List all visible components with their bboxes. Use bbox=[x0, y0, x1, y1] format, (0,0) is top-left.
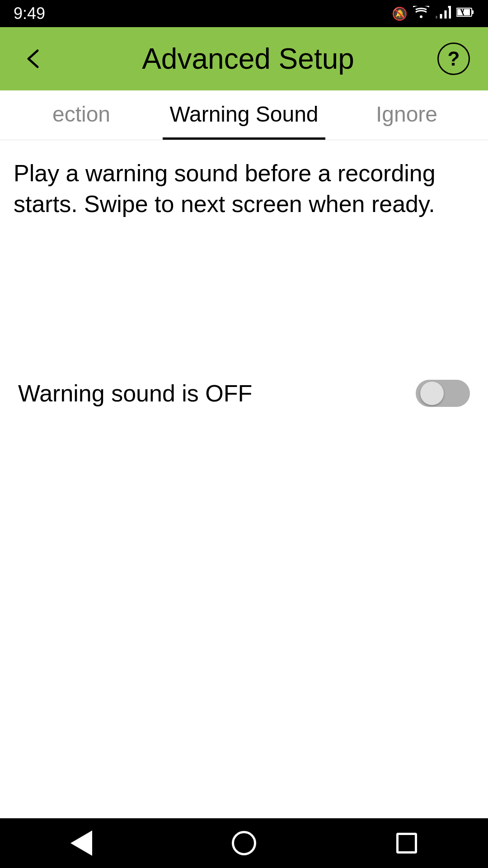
tab-detection[interactable]: ection bbox=[0, 90, 163, 140]
help-button[interactable]: ? bbox=[437, 42, 470, 75]
description-text: Play a warning sound before a recording … bbox=[0, 140, 488, 219]
bottom-nav bbox=[0, 818, 488, 868]
tab-bar: ection Warning Sound Ignore bbox=[0, 90, 488, 140]
main-content: Play a warning sound before a recording … bbox=[0, 140, 488, 818]
warning-sound-toggle[interactable] bbox=[416, 380, 470, 407]
warning-sound-toggle-row: Warning sound is OFF bbox=[0, 366, 488, 420]
recent-square-icon bbox=[396, 833, 417, 854]
battery-icon bbox=[456, 6, 474, 21]
tab-ignore[interactable]: Ignore bbox=[325, 90, 488, 140]
nav-back-button[interactable] bbox=[59, 818, 104, 868]
back-triangle-icon bbox=[70, 830, 92, 856]
home-circle-icon bbox=[232, 831, 256, 855]
signal-icon bbox=[435, 6, 451, 22]
nav-home-button[interactable] bbox=[221, 818, 267, 868]
tab-warning-sound-label: Warning Sound bbox=[169, 102, 318, 127]
toggle-label: Warning sound is OFF bbox=[18, 380, 252, 407]
wifi-icon bbox=[413, 6, 429, 22]
nav-recent-button[interactable] bbox=[384, 818, 429, 868]
svg-point-0 bbox=[420, 15, 422, 18]
status-bar: 9:49 🔕 bbox=[0, 0, 488, 27]
tab-ignore-label: Ignore bbox=[376, 102, 437, 127]
tab-warning-sound[interactable]: Warning Sound bbox=[163, 90, 325, 140]
page-title: Advanced Setup bbox=[50, 42, 437, 75]
bell-mute-icon: 🔕 bbox=[392, 6, 408, 21]
toggle-knob bbox=[420, 382, 444, 405]
status-icons: 🔕 bbox=[392, 6, 474, 22]
status-time: 9:49 bbox=[14, 4, 45, 23]
svg-rect-8 bbox=[472, 10, 474, 14]
tab-detection-label: ection bbox=[52, 102, 110, 127]
app-bar: Advanced Setup ? bbox=[0, 27, 488, 90]
back-button[interactable] bbox=[18, 43, 50, 75]
